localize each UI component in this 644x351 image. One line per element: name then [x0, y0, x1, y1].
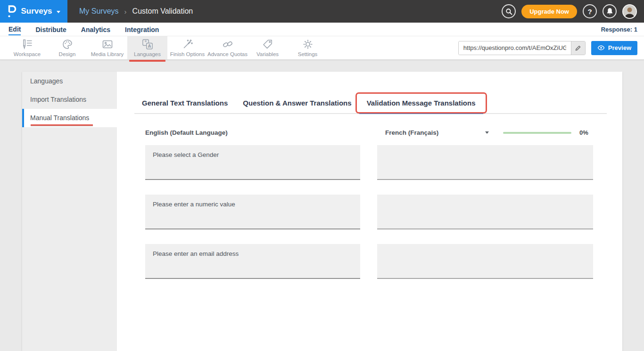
translation-rows: Please select a Gender Please enter a nu…	[145, 145, 593, 279]
toolbar-item-advance-quotas[interactable]: Advance Quotas	[207, 36, 248, 59]
pencil-icon	[575, 45, 581, 51]
bell-icon	[606, 8, 613, 15]
notifications-button[interactable]	[603, 4, 617, 18]
toolbar-item-design[interactable]: Design	[47, 36, 87, 59]
tab-analytics[interactable]: Analytics	[81, 24, 110, 35]
source-text-numeric: Please enter a numeric value	[145, 195, 360, 229]
preview-button[interactable]: Preview	[591, 41, 637, 55]
edit-url-button[interactable]	[571, 41, 585, 55]
breadcrumb-current-survey: Custom Validation	[132, 7, 193, 16]
upgrade-now-button[interactable]: Upgrade Now	[521, 5, 577, 18]
languages-panel: Languages Import Translations Manual Tra…	[22, 72, 622, 351]
tab-validation-message-translations[interactable]: Validation Message Translations	[359, 94, 483, 114]
media-library-icon	[102, 39, 113, 50]
target-language-header: French (Français) 0%	[377, 129, 593, 136]
annotation-underline-manual-translations	[31, 124, 93, 126]
toolbar-item-workspace[interactable]: Workspace	[7, 36, 47, 59]
search-button[interactable]	[502, 4, 516, 18]
user-avatar[interactable]	[622, 4, 637, 19]
target-input-numeric[interactable]	[377, 195, 593, 229]
target-language-dropdown[interactable]: French (Français)	[377, 129, 489, 136]
target-input-email[interactable]	[377, 244, 593, 279]
eye-icon	[597, 45, 605, 50]
languages-sidebar: Languages Import Translations Manual Tra…	[22, 72, 117, 351]
search-icon	[505, 8, 512, 15]
finish-options-icon	[182, 39, 193, 50]
translation-progress-percent: 0%	[579, 129, 588, 136]
edit-toolbar: Workspace Design Media Library * A Langu…	[0, 36, 644, 60]
source-text-email: Please enter an email address	[145, 244, 360, 279]
chevron-down-icon	[485, 131, 489, 134]
questionpro-logo-icon	[7, 4, 17, 18]
tab-question-answer-translations[interactable]: Question & Answer Translations	[235, 94, 359, 114]
survey-section-nav: Edit Distribute Analytics Integration Re…	[0, 23, 644, 36]
source-language-header: English (Default Language)	[145, 129, 360, 136]
source-text-gender: Please select a Gender	[145, 145, 360, 180]
translation-tabbar: General Text Translations Question & Ans…	[134, 94, 607, 114]
tab-integration[interactable]: Integration	[125, 24, 159, 35]
toolbar-item-media-library[interactable]: Media Library	[87, 36, 127, 59]
annotation-underline-languages	[129, 60, 165, 62]
sidebar-item-import-translations[interactable]: Import Translations	[22, 90, 117, 109]
help-button[interactable]: ?	[583, 4, 597, 18]
header-actions: Upgrade Now ?	[502, 4, 637, 19]
sidebar-item-languages[interactable]: Languages	[22, 72, 117, 90]
breadcrumb-separator: ›	[124, 8, 127, 16]
sidebar-item-manual-translations[interactable]: Manual Translations	[22, 109, 117, 127]
survey-url-input[interactable]	[459, 41, 571, 55]
survey-url-group	[458, 41, 586, 55]
toolbar-item-settings[interactable]: Settings	[288, 36, 328, 59]
product-name: Surveys	[21, 7, 52, 16]
breadcrumb: My Surveys › Custom Validation	[79, 7, 193, 16]
translation-row: Please enter a numeric value	[145, 195, 593, 229]
settings-icon	[302, 39, 314, 50]
help-icon: ?	[587, 8, 592, 16]
toolbar-item-variables[interactable]: Variables	[248, 36, 288, 59]
translation-row: Please select a Gender	[145, 145, 593, 180]
manual-translations-content: General Text Translations Question & Ans…	[117, 72, 622, 351]
toolbar-item-languages[interactable]: * A Languages	[127, 36, 167, 59]
design-icon	[62, 39, 73, 50]
advance-quotas-icon	[222, 39, 233, 50]
toolbar-item-finish-options[interactable]: Finish Options	[167, 36, 207, 59]
toolbar-right-group: Preview	[458, 36, 637, 59]
languages-icon: * A	[142, 39, 153, 50]
breadcrumb-my-surveys[interactable]: My Surveys	[79, 7, 119, 16]
workspace-icon	[22, 39, 33, 50]
svg-text:A: A	[148, 44, 151, 49]
translation-row: Please enter an email address	[145, 244, 593, 279]
tab-distribute[interactable]: Distribute	[35, 24, 66, 35]
tab-general-text-translations[interactable]: General Text Translations	[134, 94, 235, 114]
target-input-gender[interactable]	[377, 145, 593, 180]
product-switcher[interactable]: Surveys	[0, 0, 67, 23]
tab-edit[interactable]: Edit	[8, 24, 21, 35]
translation-progress-bar	[503, 132, 571, 134]
variables-icon	[262, 39, 273, 50]
avatar-photo	[623, 5, 636, 18]
response-count[interactable]: Response: 1	[601, 26, 637, 33]
chevron-down-icon	[57, 11, 60, 13]
language-columns-header: English (Default Language) French (Franç…	[145, 129, 593, 136]
app-header: Surveys My Surveys › Custom Validation U…	[0, 0, 644, 23]
